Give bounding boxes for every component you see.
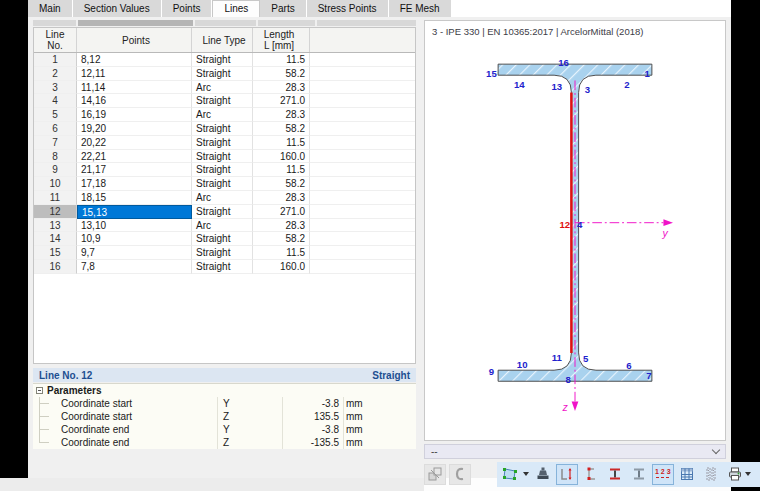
col-header-line-type[interactable]: Line Type: [192, 28, 253, 52]
parameters-panel: Parameters Coordinate startY-3.8mm Coord…: [33, 383, 416, 449]
line-label: 16: [558, 57, 569, 68]
section-dialog: Main Section Values Points Lines Parts S…: [28, 0, 731, 491]
col-header-length[interactable]: LengthL [mm]: [253, 28, 310, 52]
table-row[interactable]: 212,11Straight58.2: [34, 67, 415, 81]
table-row[interactable]: 159,7Straight11.5: [34, 246, 415, 260]
y-axis-label: y: [661, 227, 668, 239]
section-viewport[interactable]: 15 16 1 14 13 3 2 12 4 11 5 10 6 9 7 8: [425, 43, 725, 437]
section-description: 3 - IPE 330 | EN 10365:2017 | ArcelorMit…: [432, 26, 643, 37]
tab-points[interactable]: Points: [162, 0, 213, 17]
section-dimensions-button[interactable]: [604, 464, 626, 485]
details-line-type: Straight: [372, 370, 410, 381]
lines-table: LineNo. Points Line Type LengthL [mm] 18…: [33, 27, 416, 364]
dropdown-arrow-icon[interactable]: [745, 472, 751, 476]
line-label: 4: [577, 219, 583, 230]
bottom-margin: [0, 478, 424, 491]
table-row[interactable]: 1017,18Straight58.2: [34, 177, 415, 191]
details-header: Line No. 12 Straight: [33, 368, 416, 382]
table-row[interactable]: 414,16Straight271.0: [34, 94, 415, 108]
print-button[interactable]: [724, 464, 754, 485]
selected-line-label: 12: [560, 219, 571, 230]
table-row[interactable]: 921,17Straight11.5: [34, 163, 415, 177]
table-row[interactable]: 1313,10Arc28.3: [34, 219, 415, 233]
line-label: 2: [624, 79, 629, 90]
param-row[interactable]: Coordinate startZ135.5mm: [33, 410, 416, 423]
line-label: 9: [489, 366, 494, 377]
tab-main[interactable]: Main: [28, 0, 73, 17]
dropdown-arrow-icon[interactable]: [523, 472, 529, 476]
table-row[interactable]: 18,12Straight11.5: [34, 53, 415, 67]
line-label: 14: [514, 79, 525, 90]
param-row[interactable]: Coordinate endZ-135.5mm: [33, 436, 416, 449]
z-axis-arrow: [572, 401, 579, 411]
col-header-line-no[interactable]: LineNo.: [34, 28, 77, 52]
line-label: 11: [552, 352, 563, 363]
tree-line: [33, 410, 61, 423]
part-list-button[interactable]: [700, 464, 722, 485]
line-label: 10: [517, 359, 528, 370]
tree-line: [33, 397, 61, 410]
section-plain-button[interactable]: [628, 464, 650, 485]
result-combo[interactable]: --: [424, 444, 726, 459]
param-row[interactable]: Coordinate endY-3.8mm: [33, 423, 416, 436]
tab-parts[interactable]: Parts: [260, 0, 306, 17]
table-row[interactable]: 1410,9Straight58.2: [34, 232, 415, 246]
grid-button[interactable]: [676, 464, 698, 485]
table-header: LineNo. Points Line Type LengthL [mm]: [34, 28, 415, 53]
table-row[interactable]: 516,19Arc28.3: [34, 108, 415, 122]
z-axis-label: z: [562, 401, 569, 413]
tab-strip: Main Section Values Points Lines Parts S…: [28, 0, 731, 17]
line-label: 5: [583, 353, 589, 364]
table-row[interactable]: 311,14Arc28.3: [34, 81, 415, 95]
tree-line: [33, 423, 61, 436]
dimension-lines-button[interactable]: [556, 464, 578, 485]
col-header-points[interactable]: Points: [77, 28, 192, 52]
col-header-empty: [310, 28, 415, 52]
table-row[interactable]: 167,8Straight160.0: [34, 260, 415, 274]
table-row[interactable]: 1118,15Arc28.3: [34, 191, 415, 205]
y-axis-arrow: [663, 219, 673, 226]
tab-lines[interactable]: Lines: [212, 0, 260, 17]
transfer-icon[interactable]: [424, 464, 446, 485]
ipe-section-drawing: 15 16 1 14 13 3 2 12 4 11 5 10 6 9 7 8: [425, 43, 725, 437]
svg-text:1 2 3: 1 2 3: [655, 468, 671, 475]
stamp-press-button[interactable]: [532, 464, 554, 485]
section-viewer: 3 - IPE 330 | EN 10365:2017 | ArcelorMit…: [424, 20, 726, 441]
param-row[interactable]: Coordinate startY-3.8mm: [33, 397, 416, 410]
collapse-icon[interactable]: [36, 387, 43, 394]
render-view-button[interactable]: [500, 464, 530, 485]
zoom-reset-button[interactable]: [756, 464, 760, 485]
line-label: 6: [626, 360, 631, 371]
line-label: 8: [566, 374, 572, 385]
tab-stress-points[interactable]: Stress Points: [307, 0, 389, 17]
line-label: 7: [646, 370, 651, 381]
tab-fe-mesh[interactable]: FE Mesh: [389, 0, 452, 17]
tree-line: [33, 436, 61, 449]
line-label: 1: [644, 68, 650, 79]
chevron-down-icon[interactable]: [712, 446, 720, 454]
table-row[interactable]: 720,22Straight11.5: [34, 136, 415, 150]
line-label: 15: [486, 68, 497, 79]
details-title: Line No. 12: [39, 370, 92, 381]
line-label: 13: [551, 81, 562, 92]
column-sizer-strip[interactable]: [33, 20, 418, 26]
parameters-group-row[interactable]: Parameters: [33, 384, 416, 397]
stress-points-button[interactable]: [580, 464, 602, 485]
table-row-selected[interactable]: 1215,13Straight271.0: [34, 205, 415, 219]
numbering-button[interactable]: 1 2 3: [652, 464, 674, 485]
table-row[interactable]: 619,20Straight58.2: [34, 122, 415, 136]
table-row[interactable]: 822,21Straight160.0: [34, 150, 415, 164]
line-label: 3: [585, 84, 590, 95]
tab-section-values[interactable]: Section Values: [73, 0, 162, 17]
section-profile-icon[interactable]: [449, 464, 471, 485]
viewer-toolbar: 1 2 3: [424, 461, 726, 487]
screen: Main Section Values Points Lines Parts S…: [0, 0, 760, 491]
